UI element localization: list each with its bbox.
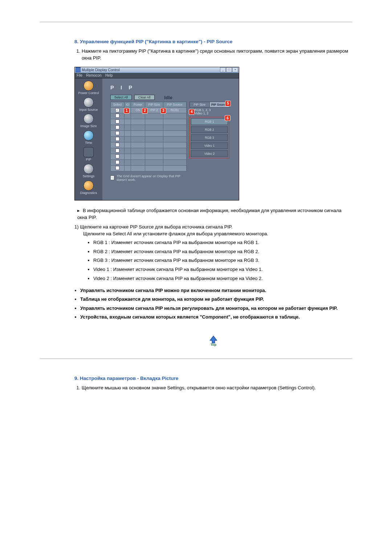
sidebar-item-time[interactable]: Time [75,130,102,145]
top-divider [40,22,352,22]
row-checkbox[interactable] [115,154,119,158]
sidebar: Power Control Input Source Image Size Ti… [75,78,102,200]
select-all-button[interactable]: Select All [110,95,132,100]
table-row [111,154,187,159]
clear-all-button[interactable]: Clear All [134,95,155,100]
src-rgb3[interactable]: RGB 3 [191,134,228,141]
list-item: Устройства, входным сигналом которых явл… [80,313,352,321]
mid-divider [40,358,352,359]
app-icon [75,67,81,72]
section-8-step: Нажмите на пиктограмму PIP ("Картинка в … [82,48,352,62]
list-item: Таблица не отображается для монитора, на… [80,295,352,303]
maximize-button[interactable]: □ [226,67,232,72]
callout-1: 1 [124,108,130,114]
app-window: Multiple Display Control _ □ × File Remo… [74,67,239,200]
table-row [111,165,187,171]
back-to-top-link[interactable]: Top [207,336,220,347]
menubar: File Remocon Help [75,73,239,78]
row-checkbox[interactable] [115,160,119,164]
col-select: Select [111,102,124,107]
src-video1[interactable]: Video 1 [191,142,228,149]
gear-icon [83,164,94,174]
menu-file[interactable]: File [77,73,82,77]
content: 8. Управление функцией PIP ("Картинка в … [40,39,352,348]
status-idle: Idle [164,95,172,100]
col-power: Power [131,102,145,107]
row-checkbox[interactable] [115,166,119,170]
list-item: Video 2 : Изменяет источник сигнала PIP … [93,274,352,283]
list-item: Управлять источником сигнала PIP нельзя … [80,304,352,312]
right-tabs: PIP Size PIP Source [189,102,229,108]
input-icon [83,97,94,108]
close-button[interactable]: × [232,67,238,72]
diagnostics-icon [83,181,94,191]
svg-marker-0 [210,336,217,343]
src-rgb2[interactable]: RGB 2 [191,126,228,133]
table-row [111,148,187,154]
row-checkbox[interactable] [115,119,119,123]
table-row[interactable]: 1 ON PIP 2 RGB1 [111,107,187,113]
col-id: ID [124,102,131,107]
content-sec9: 9. Настройка параметров - Вкладка Pictur… [40,376,352,392]
row-checkbox[interactable] [115,108,119,112]
info-bullet: В информационной таблице отображается ос… [77,207,352,221]
callout-5: 5 [225,101,231,106]
table-row [111,130,187,136]
panel-title: P I P [110,84,235,90]
sub-step-1: 1) Щелкните на карточке PIP Source для в… [74,223,352,238]
callout-4: 4 [189,109,195,115]
source-effect-list: RGB 1 : Изменяет источник сигнала PIP на… [93,238,352,283]
footnote-icon: ✎ [110,175,114,180]
power-icon [83,81,94,91]
titlebar: Multiple Display Control _ □ × [75,67,239,73]
list-item: Video 1 : Изменяет источник сигнала PIP … [93,265,352,274]
sidebar-item-power[interactable]: Power Control [75,81,102,95]
src-rgb1[interactable]: RGB 1 [191,118,228,125]
sidebar-item-settings[interactable]: Settings [75,164,102,178]
source-info: RGB 1, 2, 3 Video 1, 2 [189,109,229,116]
main-panel: P I P Select All Clear All Idle Select I… [102,78,239,200]
sidebar-item-pip[interactable]: PIP [75,147,102,162]
section-9-step: Щелкните мышью на основном значке Settin… [82,385,352,392]
pip-icon [83,147,94,157]
table-row [111,142,187,148]
list-item: Управлять источником сигнала PIP можно п… [80,287,352,295]
list-item: RGB 2 : Изменяет источник сигнала PIP на… [93,247,352,256]
clock-icon [83,130,94,141]
row-checkbox[interactable] [115,114,119,118]
display-table: Select ID Power PIP Size PIP Source 1 O [110,102,187,171]
source-list: 6 RGB 1 RGB 2 RGB 3 Video 1 Video 2 [189,117,229,158]
list-item: RGB 1 : Изменяет источник сигнала PIP на… [93,238,352,247]
window-title: Multiple Display Control [82,68,120,72]
table-row [111,136,187,142]
menu-remocon[interactable]: Remocon [86,73,102,77]
table-row [111,119,187,125]
minimize-button[interactable]: _ [220,67,226,72]
sidebar-item-diagnostics[interactable]: Diagnostics [75,181,102,195]
list-item: RGB 3 : Изменяет источник сигнала PIP на… [93,256,352,265]
table-row [111,159,187,165]
section-9-heading: 9. Настройка параметров - Вкладка Pictur… [74,376,352,381]
sidebar-item-input[interactable]: Input Source [75,97,102,112]
sidebar-item-imagesize[interactable]: Image Size [75,114,102,128]
tab-pip-size[interactable]: PIP Size [190,102,209,107]
callout-3: 3 [160,108,166,114]
table-row [111,113,187,119]
imagesize-icon [83,114,94,124]
menu-help[interactable]: Help [105,73,113,77]
table-row [111,125,187,130]
row-checkbox[interactable] [115,137,119,141]
row-checkbox[interactable] [115,125,119,129]
src-video2[interactable]: Video 2 [191,150,228,157]
bold-notes: Управлять источником сигнала PIP можно п… [74,287,352,321]
footnote-text: The Grid doesn't appear on Display that … [117,174,187,182]
top-label: Top [210,343,216,347]
row-checkbox[interactable] [115,149,119,153]
callout-2: 2 [142,108,148,114]
row-checkbox[interactable] [115,143,119,147]
col-pipsource: PIP Source [163,102,187,107]
row-checkbox[interactable] [115,131,119,135]
col-pipsize: PIP Size [145,102,163,107]
section-8-heading: 8. Управление функцией PIP ("Картинка в … [74,39,352,44]
callout-6: 6 [225,115,230,121]
